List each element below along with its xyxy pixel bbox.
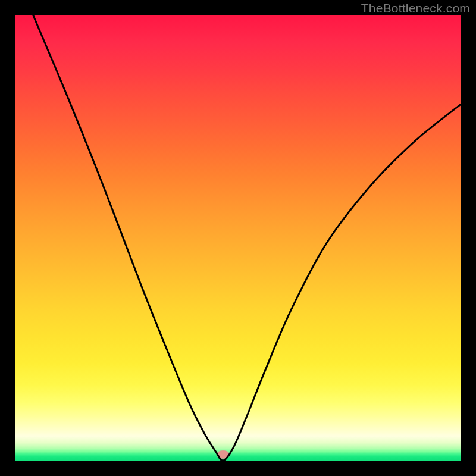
plot-area bbox=[15, 15, 461, 461]
chart-frame: TheBottleneck.com bbox=[0, 0, 476, 476]
curve-path bbox=[33, 15, 461, 461]
attribution-text: TheBottleneck.com bbox=[361, 1, 470, 15]
bottleneck-curve bbox=[15, 15, 461, 461]
